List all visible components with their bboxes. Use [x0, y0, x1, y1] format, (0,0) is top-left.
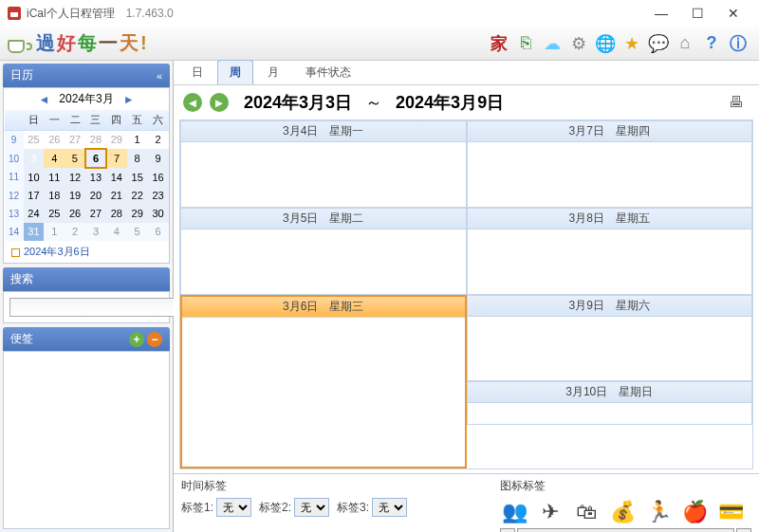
- tab-events[interactable]: 事件状态: [293, 60, 363, 84]
- prev-week-button[interactable]: ◄: [183, 93, 202, 112]
- day-cell-wed[interactable]: 3月6日 星期三: [180, 295, 467, 469]
- next-month-button[interactable]: ►: [120, 93, 139, 106]
- icon-strip: 👥 ✈ 🛍 💰 🏃 🍎 💳: [500, 498, 751, 526]
- calendar-panel-header[interactable]: 日历 «: [3, 64, 170, 87]
- day-cell-sun[interactable]: 3月10日 星期日: [467, 381, 753, 425]
- scroll-right-button[interactable]: ►: [736, 528, 751, 532]
- day-cell-tue[interactable]: 3月5日 星期二: [180, 208, 467, 295]
- search-label: 搜索: [10, 271, 33, 287]
- weather-icon[interactable]: ☁: [541, 32, 564, 55]
- scroll-left-button[interactable]: ◄: [500, 528, 515, 532]
- prev-month-button[interactable]: ◄: [34, 93, 53, 106]
- house-icon[interactable]: ⌂: [674, 32, 696, 55]
- print-icon[interactable]: 🖶: [729, 94, 750, 111]
- search-panel-header[interactable]: 搜索: [3, 267, 170, 291]
- money-icon[interactable]: 💰: [608, 498, 637, 526]
- star-icon[interactable]: ★: [620, 32, 643, 55]
- window-title: iCal个人日程管理: [27, 6, 115, 22]
- slogan-text: 過好每一天!: [36, 30, 149, 56]
- view-tabs: 日 周 月 事件状态: [174, 61, 759, 85]
- tab-day[interactable]: 日: [179, 60, 215, 84]
- tag2-select[interactable]: 无: [294, 498, 329, 517]
- day-cell-sat[interactable]: 3月9日 星期六: [467, 295, 753, 382]
- svg-rect-1: [10, 10, 18, 12]
- tag2-label: 标签2:: [259, 500, 291, 516]
- remove-note-button[interactable]: −: [147, 332, 162, 347]
- settings-icon[interactable]: ⚙: [567, 32, 590, 55]
- calendar-label: 日历: [10, 67, 33, 83]
- info-icon[interactable]: ⓘ: [727, 32, 750, 55]
- maximize-button[interactable]: ☐: [679, 2, 715, 25]
- card-icon[interactable]: 💳: [716, 498, 745, 526]
- footer-bar: 时间标签 标签1:无 标签2:无 标签3:无 图标标签 👥 ✈ 🛍 💰 🏃 🍎 …: [174, 473, 759, 532]
- globe-icon[interactable]: 🌐: [594, 32, 617, 55]
- today-link[interactable]: 2024年3月6日: [4, 241, 169, 263]
- tab-week[interactable]: 周: [217, 60, 253, 84]
- collapse-icon[interactable]: «: [157, 70, 162, 82]
- tag1-select[interactable]: 无: [216, 498, 251, 517]
- export-icon[interactable]: ⎘: [514, 32, 537, 55]
- notes-panel-header[interactable]: 便签 + −: [3, 327, 170, 351]
- cup-icon: [8, 34, 30, 53]
- icon-scrollbar[interactable]: ◄ ►: [500, 528, 751, 532]
- minimize-button[interactable]: —: [643, 2, 679, 25]
- chat-icon[interactable]: 💬: [647, 32, 670, 55]
- mini-calendar[interactable]: 日一二三四五六 9252627282912 103456789 11101112…: [4, 110, 169, 241]
- search-input[interactable]: [9, 298, 179, 317]
- next-week-button[interactable]: ►: [210, 93, 229, 112]
- month-label[interactable]: 2024年3月: [59, 91, 113, 107]
- fitness-icon[interactable]: 🏃: [644, 498, 673, 526]
- icon-tag-label: 图标标签: [500, 478, 751, 494]
- main-toolbar: 過好每一天! 家 ⎘ ☁ ⚙ 🌐 ★ 💬 ⌂ ? ⓘ: [0, 27, 759, 61]
- shopping-icon[interactable]: 🛍: [572, 498, 601, 526]
- home-cn-icon[interactable]: 家: [488, 32, 510, 55]
- tag3-select[interactable]: 无: [372, 498, 407, 517]
- day-cell-fri[interactable]: 3月8日 星期五: [467, 208, 753, 295]
- time-tag-label: 时间标签: [181, 478, 481, 494]
- version-text: 1.7.463.0: [126, 7, 174, 20]
- notes-label: 便签: [10, 331, 33, 347]
- tag3-label: 标签3:: [337, 500, 369, 516]
- close-button[interactable]: ✕: [715, 2, 751, 25]
- app-icon: [8, 7, 21, 20]
- tag1-label: 标签1:: [181, 500, 213, 516]
- notes-area[interactable]: [3, 351, 170, 529]
- contacts-icon[interactable]: 👥: [500, 498, 528, 526]
- add-note-button[interactable]: +: [129, 332, 144, 347]
- tab-month[interactable]: 月: [255, 60, 291, 84]
- date-range-title: 2024年3月3日～2024年3月9日: [244, 91, 504, 114]
- travel-icon[interactable]: ✈: [536, 498, 565, 526]
- help-icon[interactable]: ?: [700, 32, 723, 55]
- day-cell-mon[interactable]: 3月4日 星期一: [180, 120, 467, 208]
- sidebar: 日历 « ◄ 2024年3月 ► 日一二三四五六 9252627282912 1…: [0, 61, 174, 532]
- titlebar: iCal个人日程管理 1.7.463.0 — ☐ ✕: [0, 0, 759, 27]
- day-cell-thu[interactable]: 3月7日 星期四: [467, 120, 753, 208]
- food-icon[interactable]: 🍎: [680, 498, 709, 526]
- week-grid: 3月4日 星期一 3月7日 星期四 3月5日 星期二 3月8日 星期五 3月6日…: [179, 119, 753, 469]
- main-content: 日 周 月 事件状态 ◄ ► 2024年3月3日～2024年3月9日 🖶 3月4…: [174, 61, 759, 532]
